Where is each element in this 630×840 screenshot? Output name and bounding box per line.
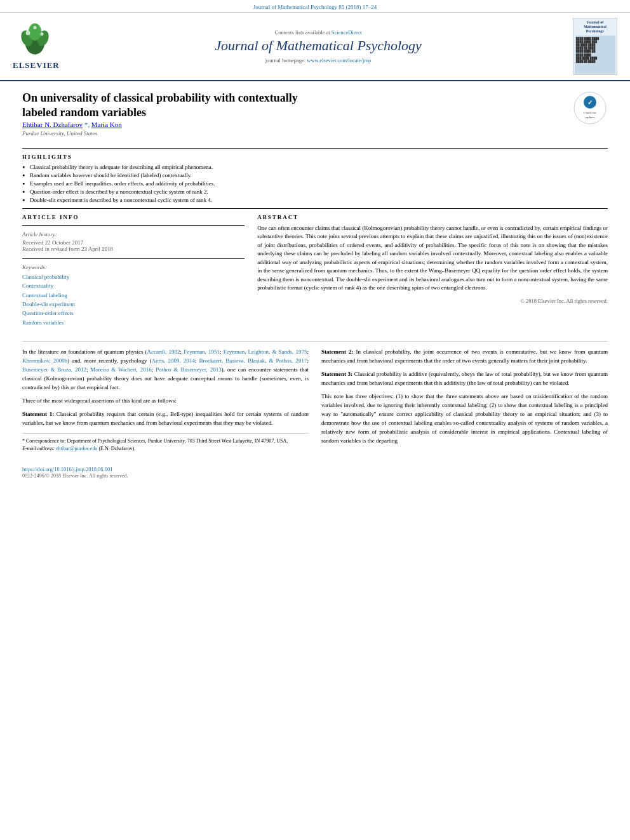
article-title-block: On universality of classical probability… <box>22 91 424 143</box>
highlights-top-divider <box>22 148 608 149</box>
statement-3: Statement 3: Classical probability is ad… <box>321 370 608 388</box>
body-columns: In the literature on foundations of quan… <box>22 348 608 453</box>
elsevier-brand-text: ELSEVIER <box>13 60 64 70</box>
keywords-label: Keywords: <box>22 264 245 270</box>
svg-point-6 <box>40 32 43 36</box>
statement1-label: Statement 1: <box>22 411 54 417</box>
statement-2: Statement 2: In classical probability, t… <box>321 348 608 366</box>
article-info-abstract-section: ARTICLE INFO Article history: Received 2… <box>22 214 608 333</box>
sciencedirect-link[interactable]: ScienceDirect <box>332 29 362 36</box>
ref-pothos[interactable]: Pothos & Busemeyer, 2013 <box>156 366 222 373</box>
highlight-item-5: Double-slit experiment is described by a… <box>22 197 608 203</box>
keyword-5: Question-order effects <box>22 309 245 317</box>
journal-citation: Journal of Mathematical Psychology 85 (2… <box>253 4 377 10</box>
highlight-item-4: Question-order effect is described by a … <box>22 189 608 195</box>
doi-link[interactable]: https://doi.org/10.1016/j.jmp.2018.06.00… <box>22 466 112 472</box>
keyword-2: Contextuality <box>22 281 245 290</box>
issn-text: 0022-2496/© 2018 Elsevier Inc. All right… <box>22 473 128 479</box>
check-for-updates-badge: ✓ Check for updates <box>573 91 608 126</box>
keywords-block: Keywords: Classical probability Contextu… <box>22 264 245 327</box>
body-p2: Three of the most widespread assertions … <box>22 397 309 406</box>
statement1-text: Classical probability requires that cert… <box>22 411 309 426</box>
highlight-item-3: Examples used are Bell inequalities, ord… <box>22 180 608 187</box>
svg-point-7 <box>33 26 36 29</box>
ref-busemeyer[interactable]: Busemeyer & Bruza, 2012 <box>22 366 86 373</box>
email-name: (E.N. Dzhafarov). <box>98 446 135 451</box>
affiliation: Purdue University, United States <box>22 130 424 137</box>
cover-body: ████ ████ ████ ████ ████ ███ ██ ████ ███… <box>575 36 615 74</box>
statement3-label: Statement 3: <box>321 371 352 377</box>
footnote-area: * Correspondence to: Department of Psych… <box>22 433 309 453</box>
ref-feynman1975[interactable]: Feynman, Leighton, & Sands, 1975 <box>224 349 307 355</box>
statement3-text: Classical probability is additive (equiv… <box>321 371 608 386</box>
highlights-list: Classical probability theory is adequate… <box>22 164 608 203</box>
homepage-link[interactable]: www.elsevier.com/locate/jmp <box>307 57 371 63</box>
bottom-links: https://doi.org/10.1016/j.jmp.2018.06.00… <box>0 462 630 481</box>
body-col-right: Statement 2: In classical probability, t… <box>321 348 608 453</box>
article-title: On universality of classical probability… <box>22 91 324 121</box>
svg-point-5 <box>26 31 30 36</box>
ref-aerts[interactable]: Aerts, 2009, 2014 <box>152 357 195 364</box>
article-content: On universality of classical probability… <box>0 81 630 462</box>
journal-cover-thumbnail: Journal ofMathematicalPsychology ████ ██… <box>573 18 617 75</box>
cover-title-text: Journal ofMathematicalPsychology <box>573 18 617 34</box>
keyword-1: Classical probability <box>22 272 245 281</box>
received-date: Received 22 October 2017 <box>22 239 245 246</box>
keyword-4: Double-slit experiment <box>22 300 245 309</box>
highlights-bottom-divider <box>22 208 608 209</box>
contents-line: Contents lists available at ScienceDirec… <box>76 29 560 36</box>
statement2-text: In classical probability, the joint occu… <box>321 349 608 364</box>
body-col-left: In the literature on foundations of quan… <box>22 348 309 453</box>
authors: Ehtibar N. Dzhafarov *, Maria Kon <box>22 121 424 128</box>
ref-moreira[interactable]: Moreira & Wichert, 2016 <box>90 366 151 373</box>
highlights-label: HIGHLIGHTS <box>22 154 608 160</box>
email-label: E-mail address: <box>22 446 55 451</box>
homepage-line: journal homepage: www.elsevier.com/locat… <box>76 57 560 63</box>
footnote-correspondence: * Correspondence to: Department of Psych… <box>22 437 309 445</box>
email-link[interactable]: ehtibar@purdue.edu <box>56 446 97 451</box>
footnote-email: E-mail address: ehtibar@purdue.edu (E.N.… <box>22 445 309 453</box>
ref-khrennikov[interactable]: Khrennikov, 2009b <box>22 357 67 364</box>
abstract-col: ABSTRACT One can often encounter claims … <box>257 214 608 333</box>
highlight-item-1: Classical probability theory is adequate… <box>22 164 608 170</box>
article-title-section: On universality of classical probability… <box>22 91 608 143</box>
article-info-label: ARTICLE INFO <box>22 214 245 220</box>
highlight-item-2: Random variables however should be ident… <box>22 172 608 178</box>
article-info-col: ARTICLE INFO Article history: Received 2… <box>22 214 245 333</box>
article-info-divider <box>22 225 245 226</box>
abstract-text: One can often encounter claims that clas… <box>257 224 608 293</box>
body-p3: This note has three objectives: (1) to s… <box>321 392 608 446</box>
elsevier-logo: ELSEVIER <box>13 22 64 70</box>
ref-feynman1951[interactable]: Feynman, 1951 <box>184 349 220 355</box>
journal-title-header: Journal of Mathematical Psychology <box>76 37 560 54</box>
svg-text:Check for: Check for <box>584 111 596 114</box>
body-p1: In the literature on foundations of quan… <box>22 348 309 392</box>
svg-text:updates: updates <box>585 116 594 119</box>
statement-1: Statement 1: Classical probability requi… <box>22 410 309 428</box>
body-divider <box>22 341 608 342</box>
header-center: Contents lists available at ScienceDirec… <box>76 29 560 63</box>
author1-link[interactable]: Ehtibar N. Dzhafarov <box>22 121 83 128</box>
ref-broekaert[interactable]: Broekaert, Basieva, Blasiak, & Pothos, 2… <box>199 357 307 364</box>
author2-link[interactable]: Maria Kon <box>91 121 122 128</box>
journal-header: ELSEVIER Contents lists available at Sci… <box>0 13 630 81</box>
svg-point-4 <box>29 23 41 41</box>
keyword-6: Random variables <box>22 318 245 327</box>
history-label: Article history: <box>22 231 245 237</box>
revised-date: Received in revised form 23 April 2018 <box>22 246 245 252</box>
top-bar: Journal of Mathematical Psychology 85 (2… <box>0 0 630 13</box>
statement2-label: Statement 2: <box>321 349 354 355</box>
abstract-label: ABSTRACT <box>257 214 608 220</box>
article-history-block: Article history: Received 22 October 201… <box>22 231 245 252</box>
keyword-3: Contextual labeling <box>22 291 245 300</box>
keywords-divider <box>22 258 245 259</box>
copyright-line: © 2018 Elsevier Inc. All rights reserved… <box>257 298 608 304</box>
svg-text:✓: ✓ <box>587 99 593 106</box>
ref-accardi[interactable]: Accardi, 1982 <box>147 349 180 355</box>
